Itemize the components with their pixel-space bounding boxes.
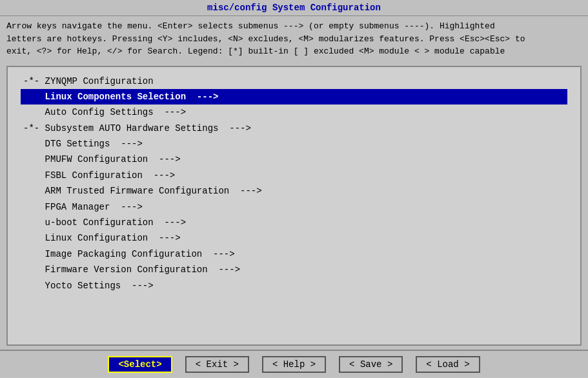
menu-item-uboot-config[interactable]: u-boot Configuration --->	[21, 215, 567, 230]
menu-item-yocto-settings[interactable]: Yocto Settings --->	[21, 278, 567, 293]
title-bar: misc/config System Configuration	[0, 0, 588, 16]
menu-item-dtg-settings[interactable]: DTG Settings --->	[21, 136, 567, 152]
main-area: -*- ZYNQMP Configuration Linux Component…	[6, 66, 582, 346]
menu-item-linux-components[interactable]: Linux Components Selection --->	[21, 89, 567, 104]
menu-item-firmware-version[interactable]: Firmware Version Configuration --->	[21, 262, 567, 277]
button-bar: <Select>< Exit >< Help >< Save >< Load >	[0, 350, 588, 378]
menu-item-arm-trusted[interactable]: ARM Trusted Firmware Configuration --->	[21, 183, 567, 199]
menu-item-fsbl-config[interactable]: FSBL Configuration --->	[21, 168, 567, 183]
exit-btn[interactable]: < Exit >	[185, 356, 249, 373]
menu-item-subsystem-auto[interactable]: -*- Subsystem AUTO Hardware Settings ---…	[21, 121, 567, 136]
help-text: Arrow keys navigate the menu. <Enter> se…	[0, 16, 588, 62]
help-btn[interactable]: < Help >	[262, 356, 326, 373]
load-btn[interactable]: < Load >	[416, 356, 480, 373]
menu-container: -*- ZYNQMP Configuration Linux Component…	[8, 67, 580, 345]
menu-item-auto-config[interactable]: Auto Config Settings --->	[21, 104, 567, 120]
menu-item-zynqmp-config[interactable]: -*- ZYNQMP Configuration	[21, 74, 567, 89]
menu-item-pmufw-config[interactable]: PMUFW Configuration --->	[21, 152, 567, 167]
help-line-3: exit, <?> for Help, </> for Search. Lege…	[6, 45, 582, 58]
menu-item-fpga-manager[interactable]: FPGA Manager --->	[21, 199, 567, 215]
menu-item-linux-config[interactable]: Linux Configuration --->	[21, 230, 567, 246]
select-btn[interactable]: <Select>	[108, 356, 172, 373]
help-line-1: Arrow keys navigate the menu. <Enter> se…	[6, 20, 582, 33]
save-btn[interactable]: < Save >	[339, 356, 403, 373]
help-line-2: letters are hotkeys. Pressing <Y> includ…	[6, 33, 582, 46]
menu-item-image-packaging[interactable]: Image Packaging Configuration --->	[21, 246, 567, 262]
title-text: misc/config System Configuration	[207, 3, 381, 13]
